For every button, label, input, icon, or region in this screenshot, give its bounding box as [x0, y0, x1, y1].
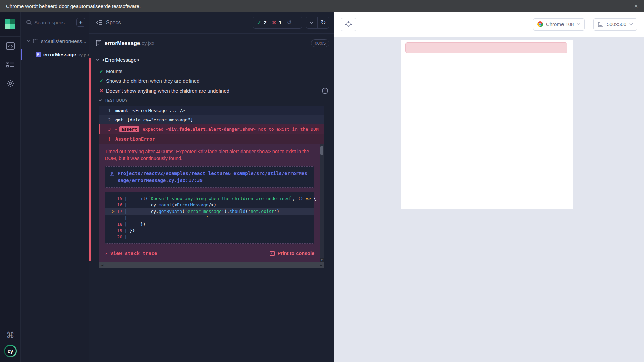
- code-line-20: 20|: [105, 234, 314, 240]
- test-pass-icon: ✓: [99, 68, 106, 74]
- preview-header: Chrome 108 500x500: [334, 12, 644, 37]
- test-body-label: TEST BODY: [105, 98, 128, 102]
- error-file-link[interactable]: Projects/reactv2/examples/react_lecture6…: [118, 170, 309, 184]
- checklist-icon: [6, 61, 15, 68]
- command-number: 3: [100, 127, 111, 132]
- error-alert-box: [405, 42, 567, 53]
- cypress-version-button[interactable]: cy: [0, 345, 21, 357]
- scroll-right-arrow-icon[interactable]: ►: [319, 263, 323, 267]
- failed-icon: ✕: [272, 20, 276, 26]
- error-bang-icon: !: [99, 136, 111, 142]
- refresh-icon: ↻: [321, 19, 326, 26]
- left-nav-rail: ⌘ cy: [0, 12, 21, 362]
- browser-select-label: Chrome 108: [546, 21, 574, 27]
- error-type: AssertionError: [115, 136, 155, 142]
- scroll-down-arrow-icon[interactable]: ▼: [320, 258, 324, 262]
- tree-divider: [21, 33, 89, 33]
- error-file-card[interactable]: Projects/reactv2/examples/react_lecture6…: [105, 166, 314, 188]
- test-label: Doesn't show anything when the children …: [106, 88, 229, 94]
- tree-file-row[interactable]: errorMessage.cy.jsx: [21, 49, 89, 60]
- spec-file-ext: .cy.jsx: [140, 40, 154, 46]
- cypress-app-logo[interactable]: [0, 12, 21, 36]
- chevron-down-icon: [310, 21, 314, 24]
- suite-title: <ErrorMessage>: [102, 57, 140, 63]
- command-row-mount[interactable]: 1 mount <ErrorMessage ... />: [99, 106, 324, 115]
- ruler-icon: [598, 22, 604, 27]
- failed-spec-stripe: [89, 58, 91, 261]
- test-fail-icon: ✕: [99, 88, 106, 94]
- error-vertical-scrollbar[interactable]: ▼: [320, 144, 324, 262]
- specs-list-icon[interactable]: [96, 20, 103, 25]
- nav-runs-button[interactable]: [0, 55, 21, 74]
- chevron-down-icon: [577, 23, 580, 25]
- assertion-error-row[interactable]: ! AssertionError: [99, 134, 324, 144]
- command-name: get: [115, 117, 123, 122]
- test-label: Shows the children when they are defined: [106, 78, 200, 84]
- assert-expected: expected: [143, 127, 164, 132]
- test-row-passed-1[interactable]: ✓ Mounts: [89, 66, 334, 76]
- command-row-get[interactable]: 2 get [data-cy="error-message"]: [99, 115, 324, 124]
- code-window-icon: [6, 42, 15, 50]
- rerun-button[interactable]: ↻: [318, 17, 329, 28]
- file-link-icon: [110, 171, 114, 176]
- automation-banner: Chrome wordt beheerd door geautomatiseer…: [0, 0, 644, 12]
- keyboard-shortcuts-button[interactable]: ⌘: [0, 330, 21, 340]
- print-to-console-button[interactable]: Print to console: [270, 251, 314, 256]
- code-line-19: 19|}): [105, 227, 314, 234]
- tree-folder-row[interactable]: src\utils\errorMess...: [21, 36, 89, 46]
- command-args: [data-cy="error-message"]: [127, 117, 193, 122]
- tree-folder-label: src\utils\errorMess...: [41, 38, 86, 44]
- command-log: 1 mount <ErrorMessage ... /> 2 get [data…: [99, 106, 324, 134]
- selector-playground-button[interactable]: [341, 18, 356, 31]
- run-controls: ↻: [306, 17, 329, 29]
- active-file-stripe: [21, 49, 22, 60]
- code-line-17-highlighted: > 17| cy.getByData('error-message').shou…: [105, 208, 314, 215]
- console-icon: [270, 251, 275, 256]
- chevron-down-icon: [629, 23, 633, 25]
- collapse-all-button[interactable]: [306, 17, 317, 28]
- aut-iframe[interactable]: [401, 40, 573, 209]
- chevron-down-icon: [99, 99, 102, 102]
- crosshair-icon: [345, 21, 352, 28]
- test-info-icon[interactable]: !: [322, 88, 328, 94]
- failed-count: 1: [279, 20, 281, 25]
- code-frame: 15| it(`Doesn't show anything when the c…: [105, 192, 314, 244]
- test-row-failed[interactable]: ✕ Doesn't show anything when the childre…: [89, 86, 334, 96]
- suite-row[interactable]: <ErrorMessage>: [89, 53, 334, 66]
- cypress-logo-icon: [5, 19, 15, 29]
- passed-count: 2: [264, 20, 266, 25]
- pending-icon: ↺: [287, 19, 292, 26]
- test-results-panel: Specs ✓ 2 ✕ 1 ↺ -- ↻ errorMessage.cy.jsx…: [89, 12, 334, 362]
- code-line-18: 18| }): [105, 221, 314, 227]
- scrollbar-thumb[interactable]: [320, 146, 323, 155]
- scroll-left-arrow-icon[interactable]: ◄: [101, 263, 104, 267]
- nav-specs-button[interactable]: [0, 37, 21, 55]
- pending-count: --: [294, 20, 298, 25]
- search-input[interactable]: [34, 20, 76, 25]
- test-body-section-header[interactable]: TEST BODY: [89, 96, 334, 105]
- test-row-passed-2[interactable]: ✓ Shows the children when they are defin…: [89, 76, 334, 86]
- viewport-select[interactable]: 500x500: [593, 18, 637, 31]
- error-horizontal-scrollbar[interactable]: ◄ ►: [99, 262, 324, 268]
- spec-duration-badge: 00:05: [311, 39, 329, 47]
- command-number: 2: [99, 117, 111, 122]
- spec-file-icon: [36, 52, 41, 57]
- assert-dash: -: [115, 127, 117, 132]
- spec-file-name[interactable]: errorMessage: [105, 40, 140, 46]
- passed-icon: ✓: [257, 20, 261, 26]
- add-spec-button[interactable]: +: [76, 18, 85, 27]
- command-row-assert-failed[interactable]: 3 - assert expected <div.fade.alert.aler…: [99, 124, 324, 134]
- command-icon: ⌘: [6, 330, 14, 340]
- nav-settings-button[interactable]: [0, 74, 21, 93]
- command-name: mount: [115, 108, 128, 113]
- browser-select[interactable]: Chrome 108: [533, 18, 585, 31]
- cy-logo-text: cy: [5, 346, 16, 356]
- assert-suffix: not to exist in the DOM: [258, 127, 319, 132]
- chevron-down-icon: [27, 39, 30, 43]
- view-stack-trace-link[interactable]: ›View stack trace: [105, 251, 157, 256]
- folder-icon: [33, 39, 38, 43]
- test-label: Mounts: [106, 68, 122, 74]
- spec-doc-icon: [96, 40, 101, 46]
- viewport-select-label: 500x500: [607, 21, 626, 27]
- banner-close-icon[interactable]: ×: [634, 3, 638, 9]
